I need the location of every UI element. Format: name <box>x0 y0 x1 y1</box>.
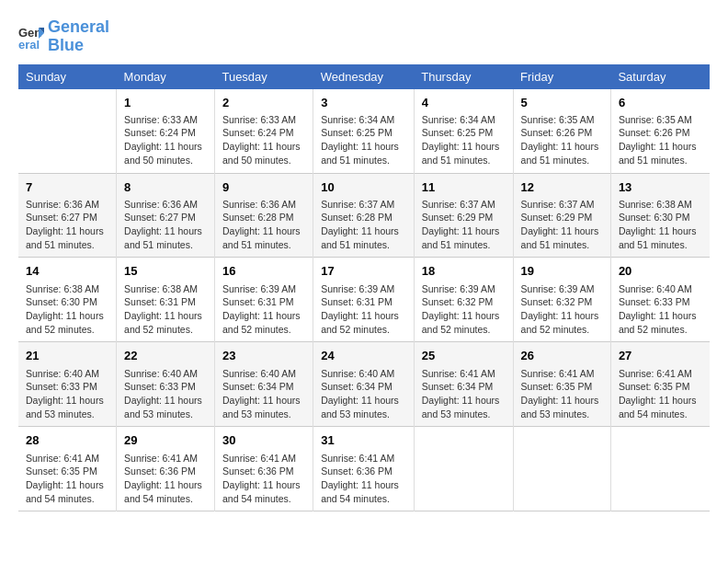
cell-content: Daylight: 11 hours <box>26 224 108 238</box>
cell-content: Daylight: 11 hours <box>521 309 603 323</box>
cell-content: Sunrise: 6:34 AM <box>422 113 506 127</box>
cell-content: Sunset: 6:29 PM <box>422 211 506 224</box>
cell-content: Sunset: 6:27 PM <box>124 211 207 224</box>
cell-content: and 51 minutes. <box>222 238 305 252</box>
calendar-cell: 14Sunrise: 6:38 AMSunset: 6:30 PMDayligh… <box>18 258 117 342</box>
cell-content: Daylight: 11 hours <box>321 140 406 154</box>
cell-content: Sunset: 6:36 PM <box>321 465 406 478</box>
calendar-table: SundayMondayTuesdayWednesdayThursdayFrid… <box>18 64 710 512</box>
day-number: 11 <box>422 179 506 196</box>
cell-content: Daylight: 11 hours <box>521 224 603 238</box>
cell-content: Daylight: 11 hours <box>619 140 702 154</box>
cell-content: Sunrise: 6:35 AM <box>521 113 603 127</box>
cell-content: Daylight: 11 hours <box>321 309 406 323</box>
cell-content: Sunset: 6:25 PM <box>321 126 406 140</box>
day-number: 23 <box>222 348 305 364</box>
cell-content: and 52 minutes. <box>321 323 406 337</box>
cell-content: Sunset: 6:35 PM <box>26 465 108 478</box>
cell-content: and 53 minutes. <box>222 408 305 421</box>
cell-content: Sunset: 6:31 PM <box>222 295 305 309</box>
cell-content: Sunrise: 6:39 AM <box>321 282 406 296</box>
calendar-cell: 4Sunrise: 6:34 AMSunset: 6:25 PMDaylight… <box>414 89 513 173</box>
day-number: 3 <box>321 95 406 111</box>
calendar-week-4: 21Sunrise: 6:40 AMSunset: 6:33 PMDayligh… <box>18 342 710 427</box>
day-header-tuesday: Tuesday <box>214 64 313 89</box>
calendar-cell: 9Sunrise: 6:36 AMSunset: 6:28 PMDaylight… <box>214 173 313 258</box>
cell-content: Sunrise: 6:39 AM <box>521 282 603 296</box>
calendar-week-5: 28Sunrise: 6:41 AMSunset: 6:35 PMDayligh… <box>18 427 710 511</box>
day-number: 5 <box>521 95 603 111</box>
calendar-cell: 1Sunrise: 6:33 AMSunset: 6:24 PMDaylight… <box>117 89 215 173</box>
cell-content: and 52 minutes. <box>222 323 305 337</box>
cell-content: Sunrise: 6:40 AM <box>222 367 305 381</box>
cell-content: Daylight: 11 hours <box>222 394 305 408</box>
cell-content: Sunset: 6:33 PM <box>26 380 108 394</box>
day-number: 24 <box>321 348 406 364</box>
day-number: 25 <box>422 348 506 364</box>
day-number: 20 <box>619 263 702 280</box>
calendar-cell: 25Sunrise: 6:41 AMSunset: 6:34 PMDayligh… <box>414 342 513 427</box>
cell-content: Daylight: 11 hours <box>26 478 108 492</box>
calendar-cell: 10Sunrise: 6:37 AMSunset: 6:28 PMDayligh… <box>313 173 415 258</box>
cell-content: Daylight: 11 hours <box>619 309 702 323</box>
cell-content: Sunset: 6:31 PM <box>321 295 406 309</box>
calendar-cell: 3Sunrise: 6:34 AMSunset: 6:25 PMDaylight… <box>313 89 415 173</box>
cell-content: and 54 minutes. <box>619 408 702 421</box>
calendar-cell: 22Sunrise: 6:40 AMSunset: 6:33 PMDayligh… <box>117 342 215 427</box>
cell-content: Sunrise: 6:41 AM <box>222 452 305 465</box>
cell-content: Sunrise: 6:40 AM <box>124 367 207 381</box>
day-number: 31 <box>321 432 406 449</box>
day-number: 8 <box>124 179 207 196</box>
day-number: 12 <box>521 179 603 196</box>
day-number: 22 <box>124 348 207 364</box>
day-number: 28 <box>26 432 108 449</box>
cell-content: and 54 minutes. <box>26 492 108 506</box>
cell-content: Sunset: 6:26 PM <box>521 126 603 140</box>
cell-content: Sunrise: 6:41 AM <box>422 367 506 381</box>
calendar-cell: 20Sunrise: 6:40 AMSunset: 6:33 PMDayligh… <box>610 258 710 342</box>
cell-content: and 50 minutes. <box>124 154 207 167</box>
calendar-cell: 21Sunrise: 6:40 AMSunset: 6:33 PMDayligh… <box>18 342 117 427</box>
calendar-cell: 28Sunrise: 6:41 AMSunset: 6:35 PMDayligh… <box>18 427 117 511</box>
cell-content: Daylight: 11 hours <box>124 394 207 408</box>
cell-content: and 54 minutes. <box>124 492 207 506</box>
calendar-cell: 29Sunrise: 6:41 AMSunset: 6:36 PMDayligh… <box>117 427 215 511</box>
cell-content: and 51 minutes. <box>422 238 506 252</box>
calendar-cell: 7Sunrise: 6:36 AMSunset: 6:27 PMDaylight… <box>18 173 117 258</box>
calendar-cell: 13Sunrise: 6:38 AMSunset: 6:30 PMDayligh… <box>610 173 710 258</box>
cell-content: Sunrise: 6:39 AM <box>222 282 305 296</box>
calendar-cell: 23Sunrise: 6:40 AMSunset: 6:34 PMDayligh… <box>214 342 313 427</box>
cell-content: Sunrise: 6:41 AM <box>619 367 702 381</box>
calendar-cell: 27Sunrise: 6:41 AMSunset: 6:35 PMDayligh… <box>610 342 710 427</box>
day-number: 6 <box>619 95 702 111</box>
cell-content: Sunset: 6:28 PM <box>321 211 406 224</box>
day-header-friday: Friday <box>513 64 610 89</box>
cell-content: and 51 minutes. <box>619 154 702 167</box>
cell-content: Daylight: 11 hours <box>321 224 406 238</box>
cell-content: Daylight: 11 hours <box>124 140 207 154</box>
cell-content: Daylight: 11 hours <box>521 394 603 408</box>
cell-content: Sunrise: 6:33 AM <box>222 113 305 127</box>
cell-content: and 53 minutes. <box>422 408 506 421</box>
cell-content: Sunrise: 6:37 AM <box>321 198 406 212</box>
cell-content: Daylight: 11 hours <box>321 478 406 492</box>
cell-content: and 53 minutes. <box>124 408 207 421</box>
calendar-cell <box>610 427 710 511</box>
cell-content: and 51 minutes. <box>422 154 506 167</box>
cell-content: Daylight: 11 hours <box>521 140 603 154</box>
cell-content: Daylight: 11 hours <box>222 478 305 492</box>
day-number: 18 <box>422 263 506 280</box>
cell-content: Sunset: 6:35 PM <box>521 380 603 394</box>
calendar-week-3: 14Sunrise: 6:38 AMSunset: 6:30 PMDayligh… <box>18 258 710 342</box>
cell-content: Sunrise: 6:40 AM <box>619 282 702 296</box>
cell-content: and 51 minutes. <box>521 238 603 252</box>
cell-content: and 52 minutes. <box>26 323 108 337</box>
cell-content: Sunset: 6:27 PM <box>26 211 108 224</box>
day-header-saturday: Saturday <box>610 64 710 89</box>
day-number: 7 <box>26 179 108 196</box>
cell-content: Sunset: 6:34 PM <box>422 380 506 394</box>
cell-content: Daylight: 11 hours <box>321 394 406 408</box>
cell-content: Sunset: 6:26 PM <box>619 126 702 140</box>
calendar-cell: 12Sunrise: 6:37 AMSunset: 6:29 PMDayligh… <box>513 173 610 258</box>
calendar-cell: 17Sunrise: 6:39 AMSunset: 6:31 PMDayligh… <box>313 258 415 342</box>
